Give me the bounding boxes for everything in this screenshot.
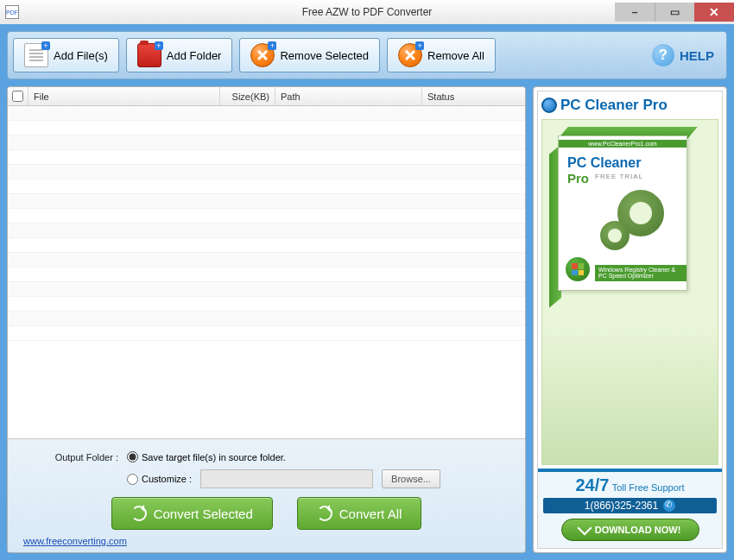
left-pane: File Size(KB) Path Status	[7, 86, 526, 553]
main-row: File Size(KB) Path Status	[7, 86, 727, 553]
help-label: HELP	[680, 48, 714, 63]
output-folder-label: Output Folder :	[23, 452, 118, 462]
table-row	[8, 179, 525, 194]
table-row	[8, 135, 525, 150]
phone-icon	[663, 500, 675, 512]
titlebar: PDF Free AZW to PDF Converter – ▭ ✕	[0, 0, 734, 24]
folder-icon: +	[137, 43, 161, 67]
add-folder-button[interactable]: + Add Folder	[126, 38, 233, 72]
ad-panel: PC Cleaner Pro www.PcCleanerPro1.com PC …	[533, 86, 727, 553]
convert-selected-button[interactable]: Convert Selected	[111, 497, 273, 530]
remove-all-icon: +	[398, 43, 422, 67]
footer-link[interactable]: www.freeconverting.com	[23, 536, 127, 546]
convert-row: Convert Selected Convert All	[23, 497, 509, 530]
app-window: PDF Free AZW to PDF Converter – ▭ ✕ + Ad…	[0, 0, 734, 560]
add-files-label: Add File(s)	[54, 49, 108, 62]
ad-content[interactable]: PC Cleaner Pro www.PcCleanerPro1.com PC …	[537, 91, 723, 549]
browse-button[interactable]: Browse...	[382, 469, 440, 488]
source-folder-text: Save target file(s) in source folder.	[142, 452, 286, 462]
refresh-icon	[317, 506, 332, 521]
remove-selected-label: Remove Selected	[280, 49, 369, 62]
gear-icon	[600, 190, 664, 254]
convert-all-label: Convert All	[339, 507, 402, 521]
help-icon: ?	[652, 44, 674, 66]
grid-body[interactable]	[8, 106, 525, 438]
header-file[interactable]: File	[28, 87, 220, 105]
table-row	[8, 253, 525, 267]
toolbar: + Add File(s) + Add Folder + Remove Sele…	[7, 31, 727, 79]
customize-option[interactable]: Customize :	[127, 474, 192, 485]
table-row	[8, 297, 525, 311]
download-now-button[interactable]: DOWNLOAD NOW!	[561, 519, 699, 541]
remove-all-button[interactable]: + Remove All	[387, 38, 496, 72]
table-row	[8, 106, 525, 121]
refresh-icon	[131, 506, 147, 521]
header-checkbox-cell	[8, 87, 28, 105]
table-row	[8, 121, 525, 135]
output-panel: Output Folder : Save target file(s) in s…	[8, 438, 525, 552]
convert-selected-label: Convert Selected	[154, 507, 253, 521]
maximize-button[interactable]: ▭	[655, 3, 694, 22]
windows-icon	[566, 257, 590, 281]
ad-support-text: Toll Free Support	[612, 482, 685, 493]
content-area: + Add File(s) + Add Folder + Remove Sele…	[0, 24, 734, 560]
table-row	[8, 282, 525, 297]
custom-path-input[interactable]	[200, 469, 373, 488]
ad-phone-number: 1(866)325-2361	[585, 500, 658, 512]
download-label: DOWNLOAD NOW!	[595, 525, 681, 535]
table-row	[8, 311, 525, 326]
table-row	[8, 209, 525, 223]
customize-radio[interactable]	[127, 474, 138, 485]
add-files-button[interactable]: + Add File(s)	[13, 38, 119, 72]
header-status[interactable]: Status	[422, 87, 525, 105]
ad-product-name2: Pro	[567, 171, 589, 186]
remove-selected-button[interactable]: + Remove Selected	[239, 38, 380, 72]
ad-url: www.PcCleanerPro1.com	[559, 140, 687, 148]
ad-logo-icon	[541, 98, 557, 113]
source-folder-option[interactable]: Save target file(s) in source folder.	[127, 451, 286, 462]
table-row	[8, 165, 525, 179]
table-row	[8, 150, 525, 165]
remove-all-label: Remove All	[427, 49, 484, 62]
app-icon: PDF	[5, 5, 19, 19]
select-all-checkbox[interactable]	[12, 91, 23, 102]
table-row	[8, 267, 525, 282]
source-folder-radio[interactable]	[127, 451, 138, 462]
convert-all-button[interactable]: Convert All	[297, 497, 422, 530]
ad-brand: PC Cleaner Pro	[560, 97, 668, 114]
customize-text: Customize :	[142, 474, 192, 484]
ad-phone: 1(866)325-2361	[543, 498, 717, 513]
close-button[interactable]: ✕	[694, 3, 734, 22]
ad-product-name1: PC Cleaner	[567, 155, 641, 171]
table-row	[8, 194, 525, 209]
ad-product-box: www.PcCleanerPro1.com PC Cleaner Pro FRE…	[541, 119, 718, 465]
header-size[interactable]: Size(KB)	[220, 87, 275, 105]
ad-support: 24/7 Toll Free Support 1(866)325-2361 DO…	[538, 469, 722, 548]
download-icon	[577, 521, 592, 536]
remove-icon: +	[250, 43, 275, 67]
minimize-button[interactable]: –	[615, 3, 655, 22]
document-icon: +	[24, 43, 48, 67]
help-button[interactable]: ? HELP	[652, 44, 721, 66]
ad-description: Windows Registry Cleaner & PC Speed Opti…	[595, 265, 687, 281]
ad-support-hours: 24/7	[575, 475, 609, 494]
grid-header: File Size(KB) Path Status	[8, 87, 525, 106]
add-folder-label: Add Folder	[167, 49, 222, 62]
ad-trial: FREE TRIAL	[595, 173, 643, 180]
window-title: Free AZW to PDF Converter	[302, 6, 433, 18]
header-path[interactable]: Path	[275, 87, 422, 105]
table-row	[8, 223, 525, 238]
table-row	[8, 238, 525, 253]
window-controls: – ▭ ✕	[615, 3, 734, 22]
table-row	[8, 326, 525, 341]
